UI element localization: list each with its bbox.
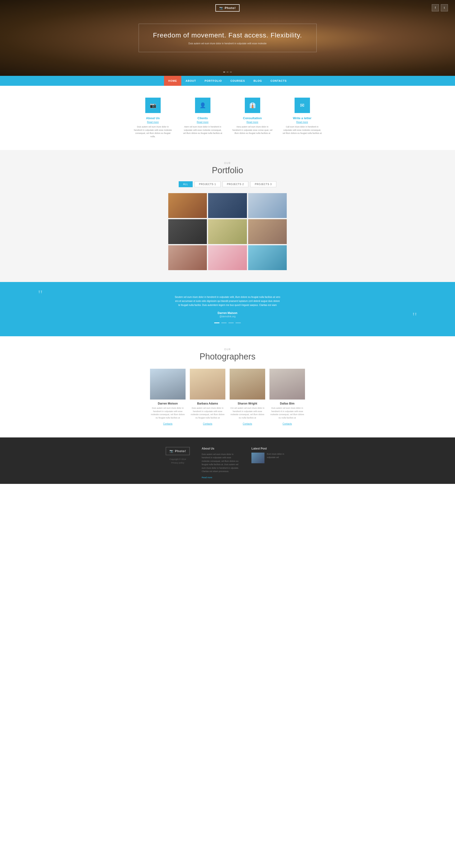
footer-about-read[interactable]: Read more <box>202 476 212 479</box>
service-about-read[interactable]: Read more <box>133 121 173 123</box>
photographer-sharon-contact[interactable]: Contacts <box>243 423 252 425</box>
footer-camera-icon: 📷 <box>170 449 174 453</box>
photographers-section: OUR Photographers Darren Moison Duis aut… <box>0 336 455 437</box>
service-clients-title: Clients <box>182 116 223 120</box>
photographer-barbara-contact[interactable]: Contacts <box>203 423 212 425</box>
footer-post-text: Eum iriure dolor in vulputate vel <box>267 453 290 459</box>
footer-post: Eum iriure dolor in vulputate vel <box>251 453 290 463</box>
photographer-sharon-photo <box>230 369 265 400</box>
testimonial-dots <box>5 322 450 323</box>
footer-about-text: Duis autem vel eum iriure dolor in hendr… <box>202 453 240 473</box>
photographer-dallas-contact[interactable]: Contacts <box>282 423 292 425</box>
photographer-sharon-text: Cni vel autem vel eum iriure dolor in he… <box>230 407 265 420</box>
filter-projects3[interactable]: PROJECTS 3 <box>250 181 276 187</box>
photographer-barbara-photo <box>190 369 225 400</box>
photographer-barbara-text: Duis autem vel eum iriure dolor in hendr… <box>190 407 225 420</box>
service-clients-text: Atem vel eum iriure dolor in hendrerit i… <box>182 125 223 135</box>
photographers-label: OUR <box>5 348 450 351</box>
service-clients-read[interactable]: Read more <box>182 121 223 123</box>
quote-mark-right: " <box>412 314 417 320</box>
site-logo[interactable]: 📷 Photo! <box>215 4 240 11</box>
service-consultation-title: Consultation <box>232 116 273 120</box>
footer-copyright: Copyright © 2014 Privacy policy <box>165 458 190 465</box>
photographer-dallas-text: Duis autem vel eum iriure dolor in hendr… <box>269 407 305 420</box>
service-about-icon: 📷 <box>145 98 161 113</box>
service-consultation-read[interactable]: Read more <box>232 121 273 123</box>
photographer-darren-name: Darren Moison <box>150 402 186 405</box>
photographers-grid: Darren Moison Duis autem vel eum iriure … <box>5 369 450 426</box>
footer-about-col: About Us Duis autem vel eum iriure dolor… <box>202 447 240 479</box>
service-consultation: 👔 Consultation Read more Xera autem vel … <box>232 98 273 138</box>
photographer-dallas-photo <box>269 369 305 400</box>
hero-subtitle: Duis autem vel eum iriure dolor in hendr… <box>153 42 302 45</box>
footer-latest-col: Latest Post Eum iriure dolor in vulputat… <box>251 447 290 479</box>
hero-dot-2[interactable] <box>226 72 229 72</box>
facebook-button[interactable]: f <box>432 4 439 11</box>
portfolio-item-8[interactable] <box>208 245 247 270</box>
photographer-sharon: Sharon Wright Cni vel autem vel eum iriu… <box>230 369 265 426</box>
logo-text: Photo! <box>225 6 236 10</box>
portfolio-section: OUR Portfolio ALL PROJECTS 1 PROJECTS 2 … <box>0 150 455 282</box>
portfolio-item-6[interactable] <box>248 219 287 244</box>
testimonial-dot-3[interactable] <box>229 322 234 323</box>
footer-logo-text: Photo! <box>175 449 186 453</box>
photographer-dallas: Dallas Bim Duis autem vel eum iriure dol… <box>269 369 305 426</box>
service-write-letter: ✉ Write a letter Read more Cali eum iriu… <box>282 98 322 138</box>
portfolio-item-1[interactable] <box>168 193 207 218</box>
testimonial-text: Seutem vel eum iriure dolor in hendrerit… <box>174 295 281 307</box>
photographer-darren-text: Duis autem vel eum iriure dolor in hendr… <box>150 407 186 420</box>
testimonial-dot-2[interactable] <box>221 322 226 323</box>
footer-latest-title: Latest Post <box>251 447 290 450</box>
portfolio-filters: ALL PROJECTS 1 PROJECTS 2 PROJECTS 3 <box>5 181 450 187</box>
filter-projects2[interactable]: PROJECTS 2 <box>222 181 249 187</box>
twitter-button[interactable]: t <box>441 4 448 11</box>
photographer-sharon-name: Sharon Wright <box>230 402 265 405</box>
testimonial-dot-1[interactable] <box>214 322 219 323</box>
portfolio-item-7[interactable] <box>168 245 207 270</box>
main-nav: HOME ABOUT PORTFOLIO COURSES BLOG CONTAC… <box>0 76 455 86</box>
portfolio-item-2[interactable] <box>208 193 247 218</box>
footer-post-thumbnail[interactable] <box>251 453 265 463</box>
portfolio-label: OUR <box>5 162 450 164</box>
testimonial-dot-4[interactable] <box>236 322 241 323</box>
hero-title: Freedom of movement. Fast access. Flexib… <box>153 31 302 39</box>
nav-about[interactable]: ABOUT <box>181 76 200 86</box>
footer-logo-area: 📷 Photo! Copyright © 2014 Privacy policy <box>165 447 190 479</box>
nav-contacts[interactable]: CONTACTS <box>266 76 291 86</box>
service-letter-read[interactable]: Read more <box>282 121 322 123</box>
photographer-darren-contact[interactable]: Contacts <box>163 423 172 425</box>
service-letter-text: Cali eum iriure dolor in hendrerit in vu… <box>282 125 322 135</box>
footer: 📷 Photo! Copyright © 2014 Privacy policy… <box>0 437 455 484</box>
testimonial-handle: @demolink.org <box>5 315 450 318</box>
envelope-service-icon: ✉ <box>300 102 304 108</box>
portfolio-item-9[interactable] <box>248 245 287 270</box>
filter-all[interactable]: ALL <box>179 181 193 187</box>
portfolio-item-5[interactable] <box>208 219 247 244</box>
nav-blog[interactable]: BLOG <box>249 76 266 86</box>
social-links: f t <box>432 4 448 11</box>
service-about-text: Duis autem vel eum iriure dolor in hendr… <box>133 125 173 138</box>
hero-content: Freedom of movement. Fast access. Flexib… <box>139 24 316 52</box>
quote-mark-left: " <box>38 291 43 298</box>
service-consultation-icon: 👔 <box>245 98 260 113</box>
nav-portfolio[interactable]: PORTFOLIO <box>200 76 226 86</box>
tie-service-icon: 👔 <box>249 102 256 108</box>
hero-dots <box>223 72 232 72</box>
portfolio-item-4[interactable] <box>168 219 207 244</box>
service-about-us: 📷 About Us Read more Duis autem vel eum … <box>133 98 173 138</box>
nav-courses[interactable]: COURSES <box>226 76 249 86</box>
photographer-darren: Darren Moison Duis autem vel eum iriure … <box>150 369 186 426</box>
testimonial-name: Darren Maison <box>5 311 450 315</box>
portfolio-item-3[interactable] <box>248 193 287 218</box>
photographer-barbara-name: Barbara Adams <box>190 402 225 405</box>
filter-projects1[interactable]: PROJECTS 1 <box>194 181 221 187</box>
portfolio-grid <box>168 193 287 270</box>
photographers-title: Photographers <box>5 352 450 362</box>
service-consultation-text: Xera autem vel eum iriure dolor in hendr… <box>232 125 273 135</box>
hero-dot-1[interactable] <box>223 72 225 72</box>
hero-dot-3[interactable] <box>230 72 232 72</box>
nav-home[interactable]: HOME <box>164 76 181 86</box>
service-clients-icon: 👤 <box>195 98 210 113</box>
privacy-link[interactable]: Privacy policy <box>171 462 184 464</box>
footer-logo[interactable]: 📷 Photo! <box>165 447 190 455</box>
